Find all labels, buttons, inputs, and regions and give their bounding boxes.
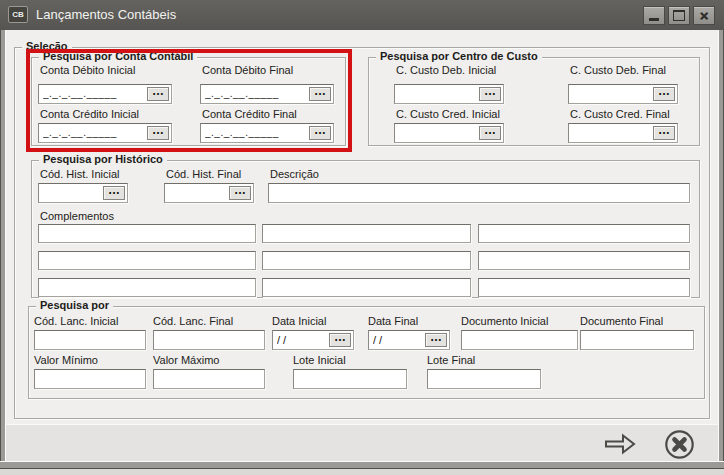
cod-hist-inicial-input[interactable]: … <box>38 183 128 203</box>
circle-x-icon <box>664 429 695 460</box>
documento-inicial-label: Documento Inicial <box>461 315 548 327</box>
data-inicial-label: Data Inicial <box>272 315 326 327</box>
cod-lanc-inicial-label: Cód. Lanc. Inicial <box>34 315 118 327</box>
maximize-button[interactable] <box>668 6 690 25</box>
ccusto-deb-inicial-input[interactable]: … <box>394 84 504 104</box>
lote-inicial-input[interactable] <box>293 369 407 389</box>
complementos-label: Complementos <box>40 210 114 222</box>
cod-lanc-final-input[interactable] <box>153 330 265 350</box>
calendar-ellipsis-button[interactable]: … <box>425 333 447 347</box>
ellipsis-button[interactable]: … <box>309 126 331 140</box>
ellipsis-button[interactable]: … <box>147 87 169 101</box>
complemento-input-7[interactable] <box>38 278 256 297</box>
close-icon: × <box>700 7 709 24</box>
arrow-right-icon <box>603 432 637 456</box>
titlebar[interactable]: CB Lançamentos Contábeis × <box>0 0 724 30</box>
ellipsis-button[interactable]: … <box>147 126 169 140</box>
conta-debito-inicial-label: Conta Débito Inicial <box>40 64 135 76</box>
ccusto-cred-final-label: C. Custo Cred. Final <box>570 108 670 120</box>
conta-credito-final-mask: _._._.__._____ <box>205 124 309 142</box>
ccusto-deb-final-input[interactable]: … <box>568 84 678 104</box>
maximize-icon <box>673 10 685 21</box>
valor-maximo-input[interactable] <box>153 369 265 389</box>
cod-lanc-inicial-input[interactable] <box>34 330 146 350</box>
ellipsis-button[interactable]: … <box>229 186 251 200</box>
conta-credito-inicial-mask: _._._.__._____ <box>43 124 147 142</box>
valor-minimo-input[interactable] <box>34 369 146 389</box>
conta-debito-final-input[interactable]: _._._.__._____ … <box>200 84 334 104</box>
complemento-input-8[interactable] <box>262 278 471 297</box>
ellipsis-button[interactable]: … <box>309 87 331 101</box>
valor-minimo-label: Valor Mínimo <box>34 354 98 366</box>
data-final-input[interactable]: / / … <box>368 330 450 350</box>
conta-credito-final-label: Conta Crédito Final <box>202 108 297 120</box>
complemento-input-5[interactable] <box>262 251 471 270</box>
calendar-ellipsis-button[interactable]: … <box>329 333 351 347</box>
minimize-icon <box>649 18 659 21</box>
close-button[interactable]: × <box>693 6 715 25</box>
ccusto-deb-inicial-label: C. Custo Deb. Inicial <box>396 64 496 76</box>
conta-debito-final-label: Conta Débito Final <box>202 64 293 76</box>
lote-final-input[interactable] <box>427 369 541 389</box>
conta-debito-inicial-mask: _._._.__._____ <box>43 85 147 103</box>
documento-final-input[interactable] <box>580 330 694 350</box>
conta-debito-final-mask: _._._.__._____ <box>205 85 309 103</box>
complemento-input-6[interactable] <box>478 251 690 270</box>
pesquisa-por-group-title: Pesquisa por <box>36 299 113 311</box>
window-border-bottom <box>0 461 724 469</box>
historico-group-title: Pesquisa por Histórico <box>39 153 167 165</box>
conta-debito-inicial-input[interactable]: _._._.__._____ … <box>38 84 172 104</box>
ccusto-cred-inicial-label: C. Custo Cred. Inicial <box>396 108 500 120</box>
cod-hist-inicial-label: Cód. Hist. Inicial <box>40 168 119 180</box>
cod-hist-final-label: Cód. Hist. Final <box>166 168 241 180</box>
conta-credito-inicial-label: Conta Crédito Inicial <box>40 108 139 120</box>
ellipsis-button[interactable]: … <box>653 126 675 140</box>
lote-final-label: Lote Final <box>427 354 475 366</box>
lote-inicial-label: Lote Inicial <box>293 354 346 366</box>
ccusto-cred-inicial-input[interactable]: … <box>394 123 504 143</box>
complemento-input-3[interactable] <box>478 224 690 243</box>
complemento-input-9[interactable] <box>478 278 690 297</box>
cod-lanc-final-label: Cód. Lanc. Final <box>153 315 233 327</box>
cod-hist-final-input[interactable]: … <box>164 183 254 203</box>
ellipsis-button[interactable]: … <box>479 87 501 101</box>
screen: { "window": { "title": "Lançamentos Cont… <box>0 0 724 475</box>
complemento-input-2[interactable] <box>262 224 471 243</box>
conta-credito-final-input[interactable]: _._._.__._____ … <box>200 123 334 143</box>
window-border-left <box>0 30 6 463</box>
ccusto-cred-final-input[interactable]: … <box>568 123 678 143</box>
documento-final-label: Documento Final <box>580 315 663 327</box>
conta-contabil-group-title: Pesquisa por Conta Contábil <box>39 50 197 62</box>
descricao-input[interactable] <box>268 183 690 203</box>
window-title: Lançamentos Contábeis <box>36 0 176 30</box>
window-border-right <box>718 30 724 463</box>
execute-button[interactable] <box>602 431 638 457</box>
data-final-label: Data Final <box>368 315 418 327</box>
minimize-button[interactable] <box>643 6 665 25</box>
complemento-input-4[interactable] <box>38 251 256 270</box>
ellipsis-button[interactable]: … <box>103 186 125 200</box>
data-inicial-input[interactable]: / / … <box>272 330 354 350</box>
ccusto-deb-final-label: C. Custo Deb. Final <box>570 64 666 76</box>
conta-credito-inicial-input[interactable]: _._._.__._____ … <box>38 123 172 143</box>
documento-inicial-input[interactable] <box>461 330 578 350</box>
ellipsis-button[interactable]: … <box>653 87 675 101</box>
valor-maximo-label: Valor Máximo <box>153 354 219 366</box>
complemento-input-1[interactable] <box>38 224 256 243</box>
ellipsis-button[interactable]: … <box>479 126 501 140</box>
cancel-button[interactable] <box>663 428 695 460</box>
descricao-label: Descrição <box>270 168 319 180</box>
app-icon: CB <box>8 6 28 23</box>
centro-custo-group-title: Pesquisa por Centro de Custo <box>376 50 542 62</box>
